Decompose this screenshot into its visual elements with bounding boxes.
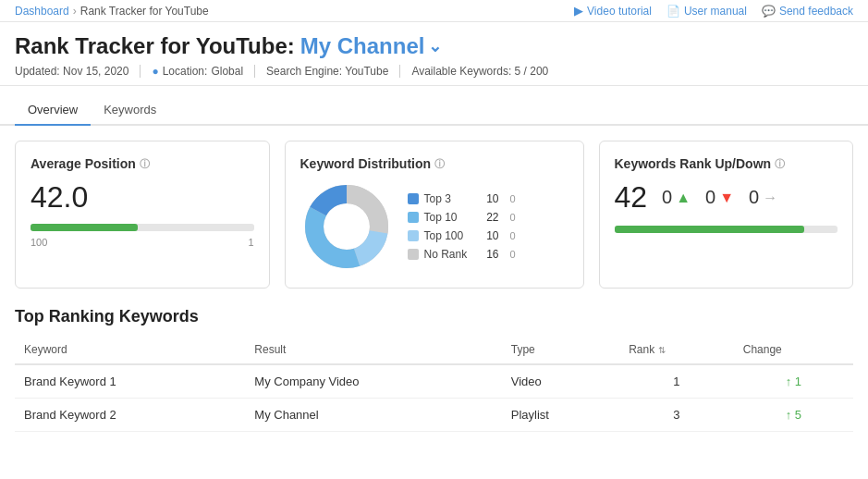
cell-change: ↑ 5: [734, 399, 853, 432]
donut-svg: [300, 180, 393, 273]
send-feedback-label: Send feedback: [779, 5, 853, 18]
keyword-distribution-title: Keyword Distribution ⓘ: [300, 156, 568, 171]
down-arrow-icon: ▼: [719, 190, 734, 206]
legend-dot-top3: [408, 193, 419, 204]
legend-change-top3: 0: [505, 193, 516, 204]
cell-type: Video: [502, 364, 619, 399]
channel-name-button[interactable]: My Channel ⌄: [300, 33, 443, 59]
rank-down-group: 0 ▼: [705, 187, 734, 208]
rank-total: 42: [615, 180, 648, 215]
cell-rank: 1: [619, 364, 734, 399]
avg-position-card: Average Position ⓘ 42.0 100 1: [15, 141, 270, 289]
avg-position-value: 42.0: [31, 180, 254, 215]
top-ranking-title: Top Ranking Keywords: [0, 289, 868, 336]
legend-dot-top100: [408, 230, 419, 241]
legend-label-top100: Top 100: [424, 229, 475, 242]
video-tutorial-link[interactable]: ▶ Video tutorial: [574, 4, 652, 18]
table-header-row: Keyword Result Type Rank ⇅ Change: [15, 336, 853, 364]
col-rank[interactable]: Rank ⇅: [619, 336, 734, 364]
rank-updown-bar: [615, 226, 838, 233]
feedback-icon: 💬: [762, 5, 776, 18]
keyword-distribution-title-text: Keyword Distribution: [300, 156, 432, 171]
legend-label-top10: Top 10: [424, 211, 475, 224]
header-divider: [0, 85, 868, 86]
legend-val-top3: 10: [481, 192, 499, 205]
rank-updown-bar-fill: [615, 226, 804, 233]
top-ranking-table-wrapper: Keyword Result Type Rank ⇅ Change Brand …: [0, 336, 868, 432]
cell-type: Playlist: [502, 399, 619, 432]
col-type: Type: [502, 336, 619, 364]
avg-position-labels: 100 1: [31, 237, 254, 248]
col-change: Change: [734, 336, 853, 364]
breadcrumb-dashboard[interactable]: Dashboard: [15, 5, 69, 18]
legend-dot-top10: [408, 212, 419, 223]
rank-updown-info-icon[interactable]: ⓘ: [775, 157, 785, 171]
globe-icon: ●: [152, 65, 158, 78]
up-arrow-icon: ▲: [676, 190, 691, 206]
legend-label-top3: Top 3: [424, 192, 475, 205]
avg-position-bar-fill: [31, 224, 138, 231]
breadcrumb-separator: ›: [73, 5, 77, 18]
send-feedback-link[interactable]: 💬 Send feedback: [762, 5, 853, 18]
meta-location-value: Global: [211, 65, 243, 78]
user-manual-link[interactable]: 📄 User manual: [666, 5, 747, 18]
table-row: Brand Keyword 1 My Company Video Video 1…: [15, 364, 853, 399]
legend-val-norank: 16: [481, 248, 499, 261]
chevron-down-icon: ⌄: [428, 36, 442, 56]
sort-icon: ⇅: [658, 345, 666, 355]
book-icon: 📄: [666, 5, 680, 18]
legend-top100: Top 100 10 0: [408, 229, 516, 242]
video-tutorial-label: Video tutorial: [587, 5, 652, 18]
legend-dot-norank: [408, 249, 419, 260]
avg-position-info-icon[interactable]: ⓘ: [140, 157, 150, 171]
tab-overview[interactable]: Overview: [15, 95, 91, 126]
meta-search-engine: Search Engine: YouTube: [255, 65, 400, 78]
avg-position-title-text: Average Position: [31, 156, 136, 171]
right-arrow-icon: →: [763, 190, 777, 206]
rank-same-value: 0: [749, 187, 759, 208]
legend-change-norank: 0: [505, 249, 516, 260]
svg-point-5: [324, 204, 369, 249]
table-row: Brand Keyword 2 My Channel Playlist 3 ↑ …: [15, 399, 853, 432]
cell-keyword: Brand Keyword 1: [15, 364, 245, 399]
legend-top10: Top 10 22 0: [408, 211, 516, 224]
cell-change: ↑ 1: [734, 364, 853, 399]
legend-label-norank: No Rank: [424, 248, 475, 261]
kd-info-icon[interactable]: ⓘ: [434, 157, 445, 171]
page-header: Rank Tracker for YouTube: My Channel ⌄ U…: [0, 22, 868, 85]
tab-keywords[interactable]: Keywords: [91, 95, 169, 126]
avg-position-title: Average Position ⓘ: [31, 156, 254, 171]
rank-updown-values: 42 0 ▲ 0 ▼ 0 →: [615, 180, 838, 215]
page-title: Rank Tracker for YouTube: My Channel ⌄: [15, 33, 853, 59]
page-title-prefix: Rank Tracker for YouTube:: [15, 33, 295, 59]
top-bar: Dashboard › Rank Tracker for YouTube ▶ V…: [0, 0, 868, 22]
cards-row: Average Position ⓘ 42.0 100 1 Keyword Di…: [0, 126, 868, 289]
col-keyword: Keyword: [15, 336, 245, 364]
meta-keywords-text: Available Keywords: 5 / 200: [411, 65, 548, 78]
top-actions: ▶ Video tutorial 📄 User manual 💬 Send fe…: [574, 4, 853, 18]
top-ranking-table: Keyword Result Type Rank ⇅ Change Brand …: [15, 336, 853, 432]
legend-top3: Top 3 10 0: [408, 192, 516, 205]
cell-result: My Channel: [245, 399, 501, 432]
rank-up-value: 0: [662, 187, 672, 208]
cell-keyword: Brand Keyword 2: [15, 399, 245, 432]
progress-label-left: 100: [31, 237, 47, 248]
avg-position-bar: [31, 224, 254, 231]
tabs-bar: Overview Keywords: [0, 95, 868, 126]
legend-val-top10: 22: [481, 211, 499, 224]
rank-up-group: 0 ▲: [662, 187, 691, 208]
play-icon: ▶: [574, 4, 583, 18]
progress-label-right: 1: [248, 237, 253, 248]
legend-val-top100: 10: [481, 229, 499, 242]
legend-norank: No Rank 16 0: [408, 248, 516, 261]
breadcrumb: Dashboard › Rank Tracker for YouTube: [15, 5, 209, 18]
donut-chart: [300, 180, 393, 273]
rank-updown-card: Keywords Rank Up/Down ⓘ 42 0 ▲ 0 ▼ 0 →: [599, 141, 854, 289]
meta-location: ● Location: Global: [141, 65, 255, 78]
rank-same-group: 0 →: [749, 187, 777, 208]
breadcrumb-current: Rank Tracker for YouTube: [80, 5, 209, 18]
channel-name-text: My Channel: [300, 33, 425, 59]
meta-keywords: Available Keywords: 5 / 200: [400, 65, 559, 78]
kd-content: Top 3 10 0 Top 10 22 0 Top 100 10 0: [300, 180, 568, 273]
cell-rank: 3: [619, 399, 734, 432]
